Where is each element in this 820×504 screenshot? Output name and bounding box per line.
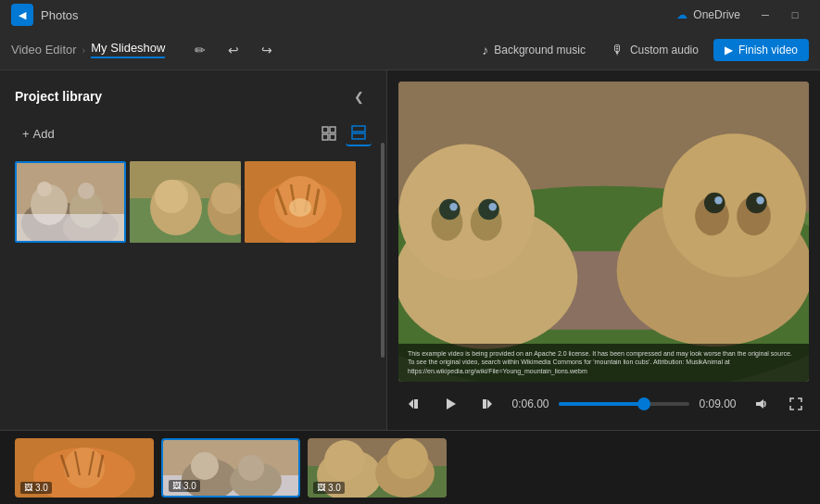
svg-rect-11 bbox=[17, 214, 126, 243]
svg-point-56 bbox=[64, 447, 105, 488]
maximize-button[interactable]: □ bbox=[781, 4, 809, 26]
breadcrumb-current: My Slideshow bbox=[91, 41, 165, 58]
thumb-image-1 bbox=[17, 163, 126, 243]
finish-label: Finish video bbox=[738, 44, 798, 57]
collapse-icon: ❮ bbox=[354, 90, 364, 104]
cubs-image bbox=[398, 82, 809, 382]
svg-point-18 bbox=[155, 180, 188, 213]
window-controls: ─ □ bbox=[751, 4, 809, 26]
sidebar-header: Project library ❮ bbox=[0, 70, 386, 117]
scrollbar[interactable] bbox=[381, 143, 385, 359]
timeline: 🖼 3.0 🖼 3.0 🖼 3.0 bbox=[0, 430, 820, 504]
media-thumbnail-2[interactable] bbox=[130, 161, 241, 243]
list-view-button[interactable] bbox=[346, 120, 372, 146]
media-thumbnail-3[interactable] bbox=[245, 161, 356, 243]
custom-audio-button[interactable]: 🎙 Custom audio bbox=[600, 38, 710, 62]
svg-point-41 bbox=[662, 133, 806, 277]
svg-point-70 bbox=[324, 440, 365, 481]
svg-point-39 bbox=[489, 203, 497, 210]
timeline-item-1[interactable]: 🖼 3.0 bbox=[15, 438, 154, 498]
timeline-label-3: 🖼 3.0 bbox=[313, 482, 345, 494]
timeline-item-2[interactable]: 🖼 3.0 bbox=[161, 438, 300, 498]
background-music-label: Background music bbox=[494, 44, 586, 57]
grid-view-button[interactable] bbox=[316, 120, 342, 146]
svg-point-27 bbox=[289, 198, 311, 217]
volume-button[interactable] bbox=[746, 389, 776, 419]
svg-rect-1 bbox=[330, 127, 335, 132]
rewind-icon bbox=[407, 397, 420, 410]
svg-rect-5 bbox=[352, 133, 365, 139]
project-library: Project library ❮ + Add bbox=[0, 70, 387, 430]
app-title: Photos bbox=[41, 8, 78, 22]
progress-fill bbox=[559, 402, 644, 406]
media-thumbnail-1[interactable] bbox=[15, 161, 126, 243]
svg-rect-4 bbox=[352, 126, 365, 132]
add-icon: + bbox=[22, 127, 30, 141]
fullscreen-button[interactable] bbox=[783, 391, 809, 417]
video-caption: This example video is being provided on … bbox=[398, 344, 809, 382]
timeline-item-3[interactable]: 🖼 3.0 bbox=[308, 438, 447, 498]
svg-marker-53 bbox=[756, 399, 763, 409]
undo-button[interactable]: ↩ bbox=[221, 37, 246, 63]
collapse-sidebar-button[interactable]: ❮ bbox=[346, 83, 372, 109]
timeline-duration-2: 3.0 bbox=[183, 481, 196, 491]
fullscreen-icon bbox=[789, 397, 802, 410]
current-time: 0:06.00 bbox=[510, 397, 551, 410]
list-icon bbox=[351, 125, 366, 140]
onedrive-button[interactable]: ☁ OneDrive bbox=[676, 8, 740, 21]
media-buttons: ♪ Background music 🎙 Custom audio ▶ Fini… bbox=[471, 38, 809, 62]
preview-area: This example video is being provided on … bbox=[387, 70, 820, 430]
title-bar: ◀ Photos ☁ OneDrive ─ □ bbox=[0, 0, 820, 30]
svg-point-33 bbox=[398, 145, 535, 281]
timeline-label-2: 🖼 3.0 bbox=[169, 480, 200, 492]
cloud-icon: ☁ bbox=[676, 8, 688, 21]
title-bar-left: ◀ Photos bbox=[11, 4, 78, 26]
command-bar: Video Editor › My Slideshow ✏ ↩ ↪ ♪ Back… bbox=[0, 30, 820, 70]
edit-button[interactable]: ✏ bbox=[187, 37, 213, 63]
volume-icon bbox=[754, 397, 767, 410]
breadcrumb-parent[interactable]: Video Editor bbox=[11, 43, 77, 57]
back-button[interactable]: ◀ bbox=[11, 4, 33, 26]
svg-marker-48 bbox=[409, 399, 413, 409]
progress-thumb[interactable] bbox=[637, 397, 650, 410]
play-button[interactable] bbox=[435, 389, 465, 419]
svg-point-46 bbox=[714, 196, 722, 204]
svg-marker-50 bbox=[447, 398, 456, 410]
svg-point-65 bbox=[191, 452, 219, 480]
svg-rect-52 bbox=[483, 399, 486, 409]
timeline-img-icon-2: 🖼 bbox=[172, 481, 181, 490]
timeline-label-1: 🖼 3.0 bbox=[20, 482, 52, 494]
svg-point-38 bbox=[449, 203, 457, 210]
finish-icon: ▶ bbox=[725, 44, 733, 57]
thumb-image-2 bbox=[130, 161, 241, 243]
timeline-duration-3: 3.0 bbox=[328, 483, 341, 493]
add-media-button[interactable]: + Add bbox=[15, 123, 62, 145]
add-label: Add bbox=[33, 127, 55, 141]
svg-point-44 bbox=[704, 193, 725, 214]
svg-point-66 bbox=[238, 455, 264, 481]
redo-button[interactable]: ↪ bbox=[254, 37, 280, 63]
title-bar-right: ☁ OneDrive ─ □ bbox=[676, 4, 809, 26]
svg-point-12 bbox=[37, 182, 52, 196]
breadcrumb: Video Editor › My Slideshow bbox=[11, 41, 165, 58]
minimize-button[interactable]: ─ bbox=[751, 4, 779, 26]
progress-bar[interactable] bbox=[559, 402, 689, 406]
svg-rect-2 bbox=[322, 134, 328, 140]
svg-point-72 bbox=[387, 438, 428, 479]
forward-button[interactable] bbox=[473, 389, 502, 419]
grid-icon bbox=[322, 126, 336, 141]
background-music-button[interactable]: ♪ Background music bbox=[471, 38, 597, 62]
svg-rect-49 bbox=[414, 399, 418, 409]
rewind-button[interactable] bbox=[398, 389, 428, 419]
caption-text: This example video is being provided on … bbox=[408, 350, 792, 375]
finish-video-button[interactable]: ▶ Finish video bbox=[713, 39, 809, 61]
svg-point-36 bbox=[439, 199, 460, 220]
svg-point-37 bbox=[478, 199, 499, 220]
play-icon bbox=[444, 397, 457, 410]
thumb-image-3 bbox=[245, 161, 356, 243]
timeline-img-icon-3: 🖼 bbox=[317, 483, 325, 492]
onedrive-label: OneDrive bbox=[693, 8, 740, 21]
media-grid bbox=[0, 154, 386, 250]
svg-point-13 bbox=[78, 183, 95, 199]
svg-point-47 bbox=[756, 196, 763, 204]
